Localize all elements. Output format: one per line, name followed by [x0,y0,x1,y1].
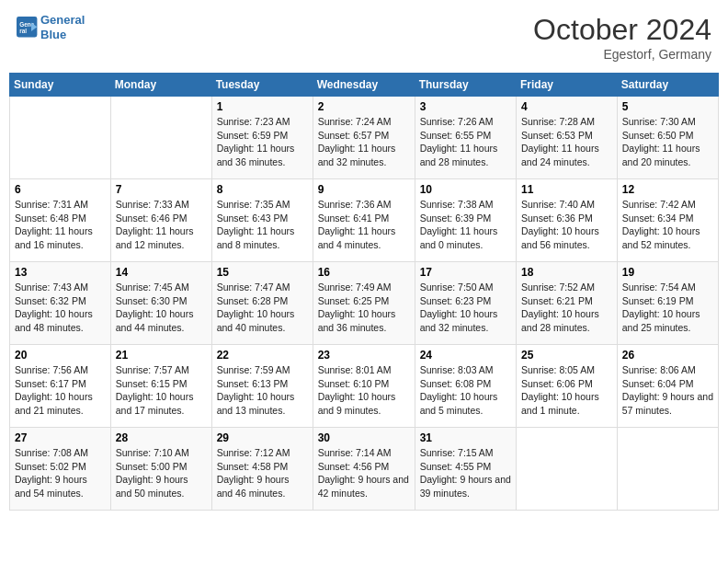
day-number: 14 [116,266,207,279]
day-number: 29 [217,431,308,444]
calendar-cell: 13Sunrise: 7:43 AMSunset: 6:32 PMDayligh… [10,262,111,345]
day-number: 17 [420,266,511,279]
day-number: 16 [318,266,410,279]
day-number: 25 [521,349,612,362]
day-number: 4 [521,100,612,113]
day-info: Sunrise: 7:54 AMSunset: 6:19 PMDaylight:… [622,281,713,335]
calendar-cell: 30Sunrise: 7:14 AMSunset: 4:56 PMDayligh… [313,428,415,511]
calendar-week-row: 6Sunrise: 7:31 AMSunset: 6:48 PMDaylight… [10,179,719,262]
location: Egestorf, Germany [533,47,711,62]
calendar-cell: 29Sunrise: 7:12 AMSunset: 4:58 PMDayligh… [211,428,313,511]
day-info: Sunrise: 7:50 AMSunset: 6:23 PMDaylight:… [420,281,511,335]
calendar-cell: 11Sunrise: 7:40 AMSunset: 6:36 PMDayligh… [517,179,618,262]
day-info: Sunrise: 7:08 AMSunset: 5:02 PMDaylight:… [15,446,106,500]
month-title: October 2024 [533,13,711,47]
day-info: Sunrise: 7:40 AMSunset: 6:36 PMDaylight:… [521,198,612,252]
day-info: Sunrise: 7:49 AMSunset: 6:25 PMDaylight:… [318,281,410,335]
day-number: 31 [420,431,511,444]
day-number: 3 [420,100,511,113]
calendar-cell: 21Sunrise: 7:57 AMSunset: 6:15 PMDayligh… [110,345,211,428]
weekday-header-row: SundayMondayTuesdayWednesdayThursdayFrid… [10,74,719,97]
day-number: 28 [116,431,207,444]
day-info: Sunrise: 8:05 AMSunset: 6:06 PMDaylight:… [521,363,612,418]
calendar-cell: 25Sunrise: 8:05 AMSunset: 6:06 PMDayligh… [517,345,618,428]
weekday-header-sunday: Sunday [10,74,111,97]
day-info: Sunrise: 7:57 AMSunset: 6:15 PMDaylight:… [116,363,207,418]
calendar-cell: 22Sunrise: 7:59 AMSunset: 6:13 PMDayligh… [211,345,313,428]
day-number: 13 [15,266,106,279]
calendar-cell: 26Sunrise: 8:06 AMSunset: 6:04 PMDayligh… [617,345,718,428]
day-info: Sunrise: 7:47 AMSunset: 6:28 PMDaylight:… [217,281,308,335]
calendar-cell: 15Sunrise: 7:47 AMSunset: 6:28 PMDayligh… [211,262,313,345]
day-info: Sunrise: 7:10 AMSunset: 5:00 PMDaylight:… [116,446,207,500]
calendar-cell: 12Sunrise: 7:42 AMSunset: 6:34 PMDayligh… [617,179,718,262]
calendar-cell: 20Sunrise: 7:56 AMSunset: 6:17 PMDayligh… [10,345,111,428]
logo: Gene ral General Blue [17,13,85,41]
svg-text:ral: ral [19,28,27,34]
day-info: Sunrise: 7:56 AMSunset: 6:17 PMDaylight:… [15,363,106,418]
calendar-cell: 17Sunrise: 7:50 AMSunset: 6:23 PMDayligh… [415,262,516,345]
day-number: 11 [521,183,612,196]
day-number: 27 [15,431,106,444]
calendar-cell: 5Sunrise: 7:30 AMSunset: 6:50 PMDaylight… [617,97,718,179]
calendar-cell [617,428,718,511]
day-info: Sunrise: 7:14 AMSunset: 4:56 PMDaylight:… [318,446,410,500]
day-info: Sunrise: 7:45 AMSunset: 6:30 PMDaylight:… [116,281,207,335]
day-number: 18 [521,266,612,279]
day-number: 9 [318,183,410,196]
calendar-cell: 14Sunrise: 7:45 AMSunset: 6:30 PMDayligh… [110,262,211,345]
day-number: 30 [318,431,410,444]
day-number: 26 [622,349,713,362]
day-number: 20 [15,349,106,362]
calendar-cell: 24Sunrise: 8:03 AMSunset: 6:08 PMDayligh… [415,345,516,428]
calendar-cell: 7Sunrise: 7:33 AMSunset: 6:46 PMDaylight… [110,179,211,262]
weekday-header-friday: Friday [517,74,618,97]
day-number: 5 [622,100,713,113]
weekday-header-wednesday: Wednesday [313,74,415,97]
day-info: Sunrise: 8:01 AMSunset: 6:10 PMDaylight:… [318,363,410,418]
day-info: Sunrise: 7:31 AMSunset: 6:48 PMDaylight:… [15,198,106,252]
day-info: Sunrise: 7:15 AMSunset: 4:55 PMDaylight:… [420,446,511,500]
calendar-cell: 6Sunrise: 7:31 AMSunset: 6:48 PMDaylight… [10,179,111,262]
calendar-cell: 27Sunrise: 7:08 AMSunset: 5:02 PMDayligh… [10,428,111,511]
calendar-cell: 16Sunrise: 7:49 AMSunset: 6:25 PMDayligh… [313,262,415,345]
day-info: Sunrise: 7:12 AMSunset: 4:58 PMDaylight:… [217,446,308,500]
day-info: Sunrise: 7:26 AMSunset: 6:55 PMDaylight:… [420,115,511,169]
day-info: Sunrise: 7:35 AMSunset: 6:43 PMDaylight:… [217,198,308,252]
calendar-cell: 8Sunrise: 7:35 AMSunset: 6:43 PMDaylight… [211,179,313,262]
day-info: Sunrise: 7:52 AMSunset: 6:21 PMDaylight:… [521,281,612,335]
day-info: Sunrise: 7:42 AMSunset: 6:34 PMDaylight:… [622,198,713,252]
day-info: Sunrise: 7:28 AMSunset: 6:53 PMDaylight:… [521,115,612,169]
calendar-cell: 4Sunrise: 7:28 AMSunset: 6:53 PMDaylight… [517,97,618,179]
calendar-cell: 31Sunrise: 7:15 AMSunset: 4:55 PMDayligh… [415,428,516,511]
calendar-cell: 19Sunrise: 7:54 AMSunset: 6:19 PMDayligh… [617,262,718,345]
calendar-cell: 10Sunrise: 7:38 AMSunset: 6:39 PMDayligh… [415,179,516,262]
day-number: 24 [420,349,511,362]
day-info: Sunrise: 7:43 AMSunset: 6:32 PMDaylight:… [15,281,106,335]
day-info: Sunrise: 7:23 AMSunset: 6:59 PMDaylight:… [217,115,308,169]
calendar-week-row: 20Sunrise: 7:56 AMSunset: 6:17 PMDayligh… [10,345,719,428]
day-info: Sunrise: 8:03 AMSunset: 6:08 PMDaylight:… [420,363,511,418]
weekday-header-saturday: Saturday [617,74,718,97]
day-number: 8 [217,183,308,196]
calendar-cell [10,97,111,179]
day-number: 6 [15,183,106,196]
calendar-cell: 28Sunrise: 7:10 AMSunset: 5:00 PMDayligh… [110,428,211,511]
calendar-cell [517,428,618,511]
calendar-week-row: 1Sunrise: 7:23 AMSunset: 6:59 PMDaylight… [10,97,719,179]
day-number: 7 [116,183,207,196]
weekday-header-tuesday: Tuesday [211,74,313,97]
title-area: October 2024 Egestorf, Germany [533,13,711,62]
day-info: Sunrise: 7:38 AMSunset: 6:39 PMDaylight:… [420,198,511,252]
day-number: 19 [622,266,713,279]
calendar-week-row: 13Sunrise: 7:43 AMSunset: 6:32 PMDayligh… [10,262,719,345]
calendar-cell: 18Sunrise: 7:52 AMSunset: 6:21 PMDayligh… [517,262,618,345]
calendar-cell: 1Sunrise: 7:23 AMSunset: 6:59 PMDaylight… [211,97,313,179]
day-number: 22 [217,349,308,362]
weekday-header-monday: Monday [110,74,211,97]
day-info: Sunrise: 7:59 AMSunset: 6:13 PMDaylight:… [217,363,308,418]
calendar-cell [110,97,211,179]
calendar-cell: 9Sunrise: 7:36 AMSunset: 6:41 PMDaylight… [313,179,415,262]
header: Gene ral General Blue October 2024 Egest… [9,9,719,65]
day-number: 1 [217,100,308,113]
